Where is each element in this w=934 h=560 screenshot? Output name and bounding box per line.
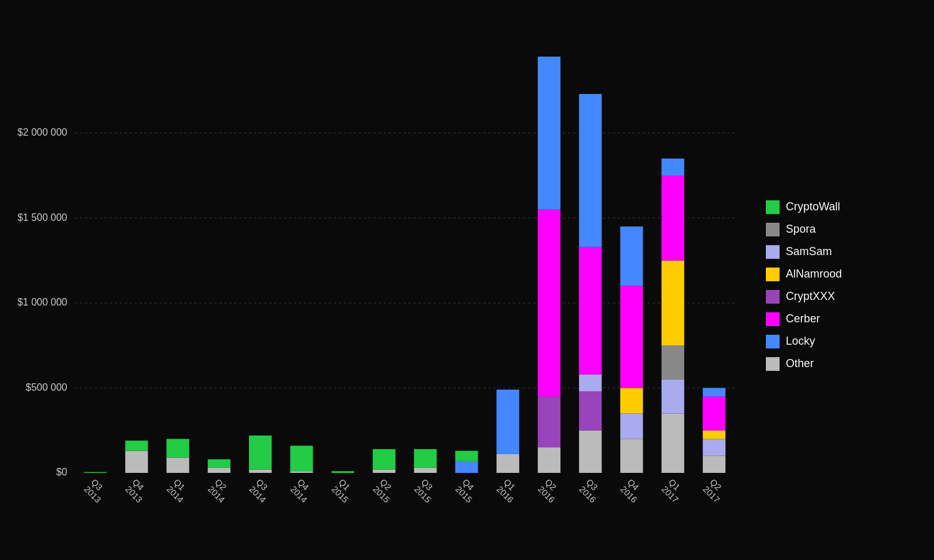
- chart-container: [0, 0, 934, 560]
- bar-chart: [0, 0, 934, 560]
